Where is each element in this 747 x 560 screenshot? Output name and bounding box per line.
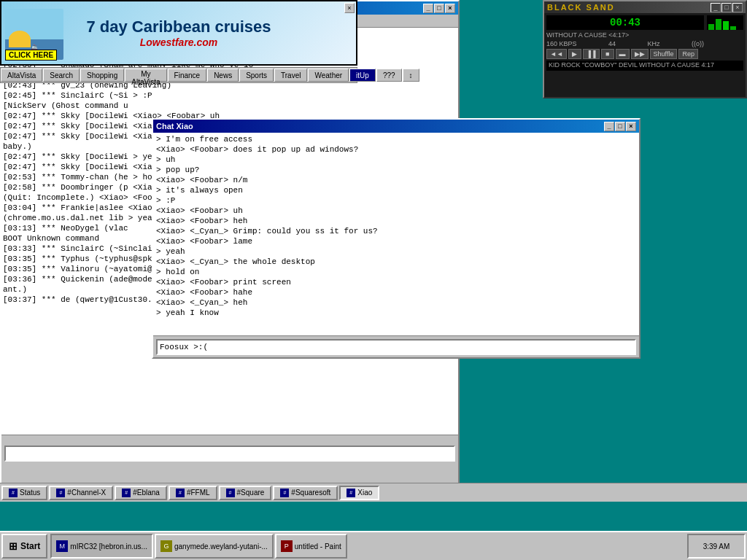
ad-banner: × 🚢 7 day Caribbean cruises Lowestfare.c… — [0, 0, 357, 66]
mp-sample: 44 — [608, 40, 616, 47]
chat-minimize-button[interactable]: _ — [604, 122, 614, 131]
chat-window: Chat Xiao _ □ × > I'm on free access <Xi… — [152, 118, 640, 359]
mp-minimize-button[interactable]: _ — [711, 3, 721, 12]
start-label: Start — [20, 541, 40, 551]
chan-tab-ffml[interactable]: # #FFML — [169, 486, 217, 500]
ad-title: 7 day Caribbean cruises — [86, 18, 271, 36]
mp-shuffle-button[interactable]: Shuffle — [650, 49, 678, 59]
chat-content[interactable]: > I'm on free access <Xiao> <Foobar> doe… — [153, 133, 639, 335]
mp-repeat-button[interactable]: Rep — [678, 49, 698, 59]
channelx-icon: # — [56, 489, 65, 497]
mp-close-button[interactable]: × — [732, 3, 743, 12]
av-tab-myaltavista[interactable]: My AltaVista — [125, 69, 166, 82]
mp-titlebar[interactable]: BLACK SAND _ □ × — [544, 1, 746, 13]
eq-bar-1 — [708, 24, 714, 30]
av-tab-search[interactable]: Search — [43, 69, 80, 82]
taskbar-item-ganymede[interactable]: G ganymede.weyland-yutani-... — [155, 534, 274, 559]
eq-bar-2 — [716, 19, 721, 30]
chan-tab-channelx-label: #Channel-X — [67, 489, 106, 497]
close-button[interactable]: × — [445, 4, 455, 13]
chan-tab-channelx[interactable]: # #Channel-X — [49, 486, 113, 500]
mp-time-display: 00:43 — [546, 15, 704, 30]
minimize-button[interactable]: _ — [423, 4, 433, 13]
irc-title-buttons: _ □ × — [423, 4, 455, 13]
mp-bitrate: 160 KBPS — [546, 40, 577, 47]
chan-tab-squaresoft-label: #Squaresoft — [291, 489, 330, 497]
ganymede-icon: G — [160, 540, 172, 552]
chan-tab-xiao-label: Xiao — [357, 489, 372, 497]
mp-stereo: ((o)) — [692, 40, 704, 47]
clock-display: 3:39 AM — [703, 542, 730, 551]
chat-text: > I'm on free access <Xiao> <Foobar> doe… — [156, 134, 636, 318]
mp-pause-button[interactable]: ▐▐ — [583, 49, 600, 59]
mp-content: 00:43 WITHOUT A CAUSE <4:17> 160 KBPS 44… — [544, 13, 746, 73]
mp-mode: KHz — [647, 40, 659, 47]
chat-input-row — [153, 335, 639, 357]
chan-tab-square[interactable]: # #Square — [219, 486, 272, 500]
mp-eject-button[interactable]: ▬ — [616, 49, 630, 59]
mp-track-info: KID ROCK "COWBOY" DEVIL WITHOUT A CAUSE … — [546, 61, 743, 71]
maximize-button[interactable]: □ — [434, 4, 444, 13]
av-tab-news[interactable]: News — [207, 69, 239, 82]
chat-input-field[interactable] — [156, 339, 636, 355]
mp-prev-button[interactable]: ◄◄ — [546, 49, 567, 59]
squaresoft-icon: # — [280, 489, 289, 497]
taskbar-item-mirc-label: mIRC32 [hebron.in.us... — [70, 542, 147, 551]
media-player: BLACK SAND _ □ × 00:43 WITHOUT A CAUSE <… — [543, 0, 747, 98]
taskbar-item-mirc[interactable]: M mIRC32 [hebron.in.us... — [50, 534, 153, 559]
irc-input-area — [1, 435, 458, 471]
chat-maximize-button[interactable]: □ — [615, 122, 625, 131]
chan-tab-eblana[interactable]: # #Eblana — [115, 486, 167, 500]
av-tab-itup[interactable]: itUp — [349, 69, 376, 82]
altavista-toolbar: AltaVista Search Shopping My AltaVista F… — [0, 67, 357, 83]
ad-inner: × 🚢 7 day Caribbean cruises Lowestfare.c… — [1, 1, 356, 64]
av-tab-finance[interactable]: Finance — [168, 69, 207, 82]
taskbar: ⊞ Start M mIRC32 [hebron.in.us... G gany… — [0, 531, 747, 560]
square-icon: # — [226, 489, 235, 497]
av-tab-help[interactable]: ??? — [376, 69, 402, 82]
chat-titlebar[interactable]: Chat Xiao _ □ × — [153, 120, 639, 133]
mp-track-name-short: WITHOUT A CAUSE <4:17> — [546, 31, 629, 39]
mp-play-button[interactable]: ▶ — [568, 49, 581, 59]
av-tab-shopping[interactable]: Shopping — [80, 69, 124, 82]
chan-tab-status-label: Status — [20, 489, 40, 497]
mp-info-row: WITHOUT A CAUSE <4:17> — [546, 31, 704, 39]
mp-maximize-button[interactable]: □ — [721, 3, 732, 12]
chan-tab-eblana-label: #Eblana — [133, 489, 160, 497]
taskbar-clock: 3:39 AM — [687, 534, 746, 559]
desktop: mIRC32 [hebron.in.us.dal.net] [03:39a] G… — [0, 0, 747, 531]
av-tab-extra[interactable]: ↕ — [403, 69, 419, 82]
taskbar-items: M mIRC32 [hebron.in.us... G ganymede.wey… — [49, 532, 686, 560]
irc-input-field[interactable] — [4, 446, 455, 462]
start-button[interactable]: ⊞ Start — [1, 534, 47, 559]
mp-bitrate-row: 160 KBPS 44 KHz ((o)) — [546, 40, 704, 47]
xiao-icon: # — [347, 489, 355, 497]
taskbar-item-paint-label: untitled - Paint — [295, 542, 341, 551]
mp-stop-button[interactable]: ■ — [601, 49, 614, 59]
mp-next-button[interactable]: ▶▶ — [631, 49, 649, 59]
paint-icon: P — [281, 540, 293, 552]
av-tab-sports[interactable]: Sports — [239, 69, 274, 82]
windows-logo: ⊞ — [9, 540, 18, 552]
ad-click-here-button[interactable]: CLICK HERE — [5, 50, 57, 61]
chan-tab-status[interactable]: # Status — [1, 486, 47, 500]
ad-logo: Lowestfare.com — [86, 36, 271, 48]
eq-bar-3 — [723, 21, 729, 30]
mp-eq-display — [707, 15, 743, 30]
mp-title: BLACK SAND — [547, 3, 615, 12]
av-tab-altavista[interactable]: AltaVista — [1, 69, 42, 82]
chan-tab-squaresoft[interactable]: # #Squaresoft — [273, 486, 338, 500]
chat-close-button[interactable]: × — [626, 122, 636, 131]
av-tab-weather[interactable]: Weather — [308, 69, 349, 82]
chan-tab-square-label: #Square — [237, 489, 265, 497]
taskbar-item-paint[interactable]: P untitled - Paint — [275, 534, 347, 559]
ffml-icon: # — [176, 489, 185, 497]
eq-bar-4 — [730, 26, 736, 30]
ad-close-button[interactable]: × — [344, 3, 355, 13]
channel-tabs: # Status # #Channel-X # #Eblana # #FFML … — [0, 483, 747, 502]
chat-title: Chat Xiao — [156, 122, 193, 131]
av-tab-travel[interactable]: Travel — [274, 69, 307, 82]
chan-tab-xiao[interactable]: # Xiao — [339, 486, 379, 500]
chan-tab-ffml-label: #FFML — [187, 489, 210, 497]
status-icon: # — [9, 489, 18, 497]
